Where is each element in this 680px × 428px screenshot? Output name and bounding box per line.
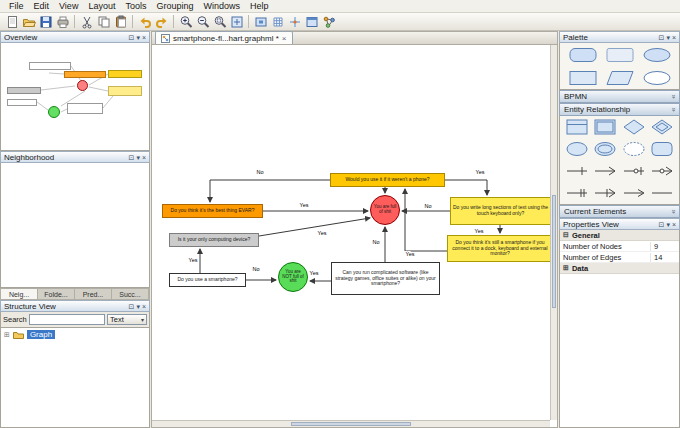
section-chevron-icon[interactable]: « — [668, 94, 677, 98]
canvas-vertical-scrollbar[interactable] — [550, 45, 557, 420]
collapse-icon[interactable]: ⊟ — [563, 231, 569, 239]
undock-icon[interactable]: ⊡ — [659, 221, 665, 228]
print-icon[interactable] — [54, 14, 71, 30]
close-icon[interactable]: × — [672, 221, 676, 228]
flowchart-node-complicated-software[interactable]: Can you run complicated software (like s… — [331, 262, 440, 295]
minimize-icon[interactable]: ▾ — [666, 34, 670, 41]
close-icon[interactable]: × — [142, 34, 146, 41]
tab-close-icon[interactable]: × — [282, 34, 287, 43]
grid-icon[interactable] — [269, 14, 286, 30]
save-icon[interactable] — [37, 14, 54, 30]
undock-icon[interactable]: ⊡ — [129, 34, 135, 41]
tab-neighborhood[interactable]: Neig... — [1, 289, 38, 299]
menu-edit[interactable]: Edit — [29, 0, 55, 12]
palette-shape-rounded-rectangle[interactable] — [569, 47, 597, 63]
graph-canvas[interactable]: Would you use it if it weren't a phone?D… — [151, 45, 558, 428]
er-shape-multivalued-attribute[interactable] — [594, 141, 616, 157]
search-mode-dropdown[interactable]: Text ▾ — [107, 314, 147, 325]
snap-lines-icon[interactable] — [286, 14, 303, 30]
menu-help[interactable]: Help — [245, 0, 274, 12]
redo-icon[interactable] — [153, 14, 170, 30]
zoom-out-icon[interactable] — [194, 14, 211, 30]
er-connector-arrow[interactable] — [623, 187, 645, 199]
flowchart-node-write-long-text[interactable]: Do you write long sections of text using… — [450, 197, 551, 225]
scrollbar-thumb[interactable] — [291, 422, 410, 426]
menu-file[interactable]: File — [4, 0, 29, 12]
menu-grouping[interactable]: Grouping — [151, 0, 198, 12]
palette-shape-rectangle-shadow[interactable] — [606, 47, 634, 63]
tab-predecessors[interactable]: Pred... — [75, 289, 112, 299]
paste-icon[interactable] — [112, 14, 129, 30]
flowchart-edge[interactable] — [445, 180, 487, 195]
zoom-area-icon[interactable] — [211, 14, 228, 30]
edge-label[interactable]: Yes — [300, 202, 309, 208]
edge-label[interactable]: No — [424, 203, 431, 209]
er-connector-one[interactable] — [566, 165, 588, 177]
search-input[interactable] — [29, 314, 105, 325]
menu-layout[interactable]: Layout — [83, 0, 120, 12]
palette-section-current-elements[interactable]: Current Elements « — [559, 205, 680, 218]
cut-icon[interactable] — [78, 14, 95, 30]
layout-run-icon[interactable] — [320, 14, 337, 30]
er-shape-rounded-entity[interactable] — [651, 141, 673, 157]
flowchart-node-would-use[interactable]: Would you use it if it weren't a phone? — [330, 173, 445, 187]
open-icon[interactable] — [20, 14, 37, 30]
edge-label[interactable]: No — [372, 239, 379, 245]
undo-icon[interactable] — [136, 14, 153, 30]
tab-successors[interactable]: Succ... — [112, 289, 149, 299]
overview-minimap[interactable] — [0, 43, 150, 151]
undock-icon[interactable]: ⊡ — [129, 154, 135, 161]
tab-folder-contents[interactable]: Folde... — [38, 289, 75, 299]
flowchart-node-use-smartphone[interactable]: Do you use a smartphone? — [169, 273, 246, 287]
zoom-in-icon[interactable] — [177, 14, 194, 30]
property-row-edge-count[interactable]: Number of Edges 14 — [560, 252, 679, 263]
er-connector-one-mandatory[interactable] — [566, 187, 588, 199]
edge-label[interactable]: No — [256, 169, 263, 175]
palette-shape-parallelogram[interactable] — [606, 70, 634, 86]
er-connector-many-mandatory[interactable] — [594, 187, 616, 199]
fit-content-icon[interactable] — [252, 14, 269, 30]
edge-label[interactable]: Yes — [318, 230, 327, 236]
minimize-icon[interactable]: ▾ — [136, 34, 140, 41]
er-shape-weak-entity[interactable] — [594, 119, 616, 135]
er-shape-weak-relationship[interactable] — [651, 119, 673, 135]
flowchart-node-not-full-of-shit[interactable]: You are NOT full of shit — [278, 262, 308, 292]
section-chevron-icon[interactable]: « — [668, 107, 677, 111]
er-shape-entity[interactable] — [566, 119, 588, 135]
palette-section-entity-relationship[interactable]: Entity Relationship « — [559, 103, 680, 116]
er-shape-relationship[interactable] — [623, 119, 645, 135]
zoom-fit-icon[interactable] — [228, 14, 245, 30]
edge-label[interactable]: Yes — [475, 228, 484, 234]
flowchart-node-full-of-shit[interactable]: You are full of shit — [370, 195, 400, 225]
palette-shape-ellipse-outline[interactable] — [643, 70, 671, 86]
menu-windows[interactable]: Windows — [198, 0, 245, 12]
overview-mode-icon[interactable] — [303, 14, 320, 30]
palette-shape-ellipse[interactable] — [643, 47, 671, 63]
tree-item-graph[interactable]: ⊞ Graph — [4, 330, 146, 339]
er-connector-many[interactable] — [594, 165, 616, 177]
er-connector-one-optional[interactable] — [623, 165, 645, 177]
er-connector-line[interactable] — [651, 187, 673, 199]
minimize-icon[interactable]: ▾ — [136, 303, 140, 310]
menu-view[interactable]: View — [54, 0, 83, 12]
property-row-node-count[interactable]: Number of Nodes 9 — [560, 241, 679, 252]
undock-icon[interactable]: ⊡ — [659, 34, 665, 41]
flowchart-node-best-evar[interactable]: Do you think it's the best thing EVAR? — [162, 204, 263, 218]
neighborhood-view[interactable] — [0, 163, 150, 288]
expand-icon[interactable]: ⊞ — [563, 264, 569, 272]
menu-tools[interactable]: Tools — [120, 0, 151, 12]
document-tab[interactable]: smartphone-fl...hart.graphml * × — [155, 31, 293, 44]
edge-label[interactable]: Yes — [310, 270, 319, 276]
edge-label[interactable]: Yes — [476, 169, 485, 175]
undock-icon[interactable]: ⊡ — [129, 303, 135, 310]
flowchart-node-still-smartphone[interactable]: Do you think it's still a smartphone if … — [447, 235, 553, 262]
minimize-icon[interactable]: ▾ — [136, 154, 140, 161]
flowchart-edge[interactable] — [259, 218, 370, 236]
close-icon[interactable]: × — [672, 34, 676, 41]
palette-section-bpmn[interactable]: BPMN « — [559, 90, 680, 103]
er-connector-many-optional[interactable] — [651, 165, 673, 177]
edge-label[interactable]: No — [252, 266, 259, 272]
canvas-horizontal-scrollbar[interactable] — [152, 420, 550, 427]
section-chevron-icon[interactable]: « — [668, 209, 677, 213]
edge-label[interactable]: Yes — [189, 257, 198, 263]
